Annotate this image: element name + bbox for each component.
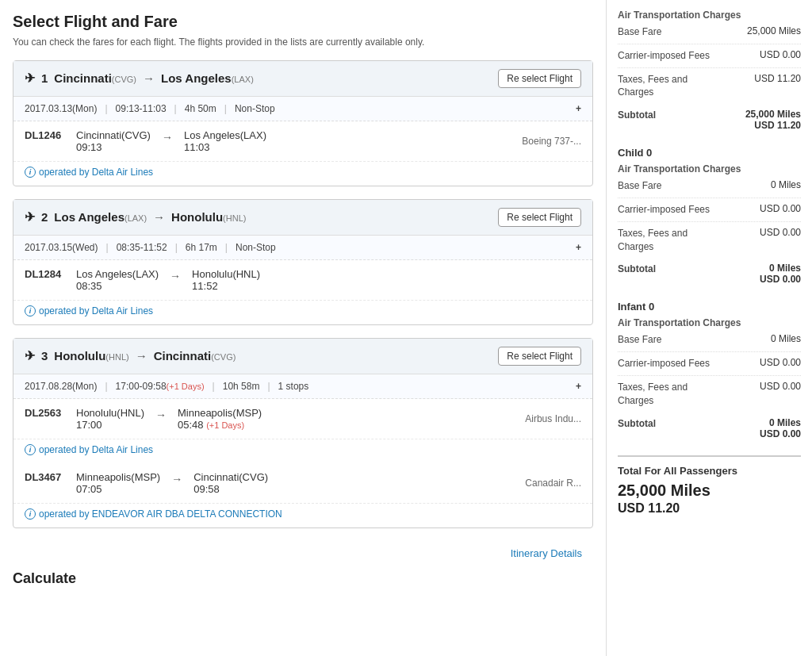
flight-duration-3: 10h 58m [223,381,260,392]
subtotal-label: Subtotal [618,109,656,122]
infant-rows-value-0: 0 Miles [771,333,801,344]
date-sep1-1: | [105,103,107,114]
infant-rows-row-0: Base Fare 0 Miles [618,333,801,352]
child-rows-label-1: Carrier-imposed Fees [618,203,710,217]
operated-text-2-1: operated by Delta Air Lines [39,305,153,316]
aircraft-3-2: Canadair R... [525,478,581,489]
seg-arr-3-2: Cincinnati(CVG) 09:58 [193,471,268,495]
flight-time-range-3: 17:00-09:58(+1 Days) [116,381,205,392]
flight-route-3: ✈ 3 Honolulu(HNL) → Cincinnati(CVG) [25,348,236,363]
seg-dep-3-2: Minneapolis(MSP) 07:05 [76,471,160,495]
segment-2-1: DL1284 Los Angeles(LAX) 08:35 → Honolulu… [13,260,592,301]
child-air-charges-title: Air Transportation Charges [618,163,801,175]
date-sep2-2: | [175,242,178,253]
infant-subtotal-label: Subtotal [618,417,656,431]
infant-label: Infant 0 [618,301,801,313]
to-city-1: Los Angeles(LAX) [161,71,254,85]
aircraft-3-1: Airbus Indu... [525,413,581,424]
seg-num-3-1: DL2563 [25,407,68,419]
operated-text-3-1: operated by Delta Air Lines [39,444,153,455]
seg-arrow-3-1: → [155,409,167,421]
adult-fare-section: Air Transportation Charges Base Fare 25,… [618,10,801,136]
reselect-btn-2[interactable]: Re select Flight [498,208,581,227]
child-rows-value-2: USD 0.00 [760,227,801,238]
air-charges-title: Air Transportation Charges [618,10,801,21]
flight-stops-3: 1 stops [278,381,309,392]
adult-rows-value-0: 25,000 Miles [747,25,801,36]
child-label: Child 0 [618,147,801,159]
infant-air-charges-title: Air Transportation Charges [618,317,801,328]
flight-date-row-1: 2017.03.13(Mon) | 09:13-11:03 | 4h 50m |… [13,97,592,121]
infant-rows-label-0: Base Fare [618,333,661,347]
flight-time-range-1: 09:13-11:03 [116,103,167,114]
info-icon-1-1: i [25,167,36,178]
subtotal-miles: 25,000 Miles [745,109,801,120]
operated-text-3-2: operated by ENDEAVOR AIR DBA DELTA CONNE… [39,508,282,520]
flight-duration-1: 4h 50m [185,103,216,114]
child-subtotal-value: 0 Miles USD 0.00 [760,263,801,285]
expand-btn-3[interactable]: + [576,381,581,392]
flight-header-1: ✈ 1 Cincinnati(CVG) → Los Angeles(LAX) R… [13,61,592,97]
airplane-icon: ✈ [25,209,35,224]
child-fare-section: Child 0 Air Transportation Charges Base … [618,147,801,290]
reselect-btn-1[interactable]: Re select Flight [498,69,581,88]
total-label: Total For All Passengers [618,465,801,477]
expand-btn-1[interactable]: + [576,103,581,114]
operated-by-3-1: i operated by Delta Air Lines [13,439,592,463]
flight-duration-2: 6h 17m [186,242,217,253]
itinerary-details-link[interactable]: Itinerary Details [511,547,582,559]
to-city-3: Cincinnati(CVG) [154,349,236,363]
adult-rows-row-1: Carrier-imposed Fees USD 0.00 [618,49,801,68]
total-miles: 25,000 Miles [618,480,801,501]
page-title: Select Flight and Fare [13,13,593,31]
infant-subtotal-miles: 0 Miles [760,417,801,428]
date-sep3-1: | [224,103,227,114]
flight-time-range-2: 08:35-11:52 [117,242,167,253]
adult-rows-label-1: Carrier-imposed Fees [618,49,710,63]
infant-rows-value-2: USD 0.00 [760,381,801,392]
flight-number-1: 1 [41,71,48,85]
child-subtotal-row: Subtotal 0 Miles USD 0.00 [618,263,801,290]
infant-rows-row-1: Carrier-imposed Fees USD 0.00 [618,357,801,376]
seg-num-3-2: DL3467 [25,471,68,483]
from-city-3: Honolulu(HNL) [54,349,128,363]
flight-date-3: 2017.08.28(Mon) [25,381,97,392]
infant-rows-row-2: Taxes, Fees and Charges USD 0.00 [618,381,801,412]
child-subtotal-miles: 0 Miles [760,263,801,274]
flight-date-row-3: 2017.08.28(Mon) | 17:00-09:58(+1 Days) |… [13,374,592,399]
child-rows-label-0: Base Fare [618,179,661,193]
route-arrow-2: → [153,210,165,224]
date-sep3-2: | [225,242,228,253]
child-rows-label-2: Taxes, Fees and Charges [618,227,721,254]
infant-rows-label-1: Carrier-imposed Fees [618,357,710,370]
seg-arr-2-1: Honolulu(HNL) 11:52 [192,268,260,292]
infant-subtotal-value: 0 Miles USD 0.00 [760,417,801,439]
adult-rows-label-2: Taxes, Fees and Charges [618,73,721,100]
airplane-icon: ✈ [25,348,35,363]
flight-card-2: ✈ 2 Los Angeles(LAX) → Honolulu(HNL) Re … [13,199,593,325]
infant-fare-section: Infant 0 Air Transportation Charges Base… [618,301,801,443]
seg-dep-3-1: Honolulu(HNL) 17:00 [76,407,144,431]
infant-subtotal-row: Subtotal 0 Miles USD 0.00 [618,417,801,444]
segment-1-1: DL1246 Cincinnati(CVG) 09:13 → Los Angel… [13,121,592,162]
expand-btn-2[interactable]: + [576,242,581,253]
seg-arr-1-1: Los Angeles(LAX) 11:03 [184,129,266,153]
segment-3-2: DL3467 Minneapolis(MSP) 07:05 → Cincinna… [13,463,592,504]
total-section: Total For All Passengers 25,000 Miles US… [618,455,801,517]
fare-sidebar: Air Transportation Charges Base Fare 25,… [606,0,812,656]
child-rows-row-2: Taxes, Fees and Charges USD 0.00 [618,227,801,259]
route-arrow-1: → [143,71,155,85]
seg-arrow-3-2: → [171,473,182,485]
page-subtitle: You can check the fares for each flight.… [13,36,593,49]
flight-header-2: ✈ 2 Los Angeles(LAX) → Honolulu(HNL) Re … [13,200,592,236]
adult-rows-row-2: Taxes, Fees and Charges USD 11.20 [618,73,801,105]
date-sep1-3: | [105,381,107,392]
info-icon-3-1: i [25,444,36,455]
reselect-btn-3[interactable]: Re select Flight [498,347,581,366]
operated-by-1-1: i operated by Delta Air Lines [13,162,592,186]
operated-by-2-1: i operated by Delta Air Lines [13,301,592,324]
adult-rows-value-2: USD 11.20 [754,73,801,84]
seg-dep-1-1: Cincinnati(CVG) 09:13 [76,129,151,153]
info-icon-2-1: i [25,305,36,316]
adult-rows-label-0: Base Fare [618,25,661,39]
